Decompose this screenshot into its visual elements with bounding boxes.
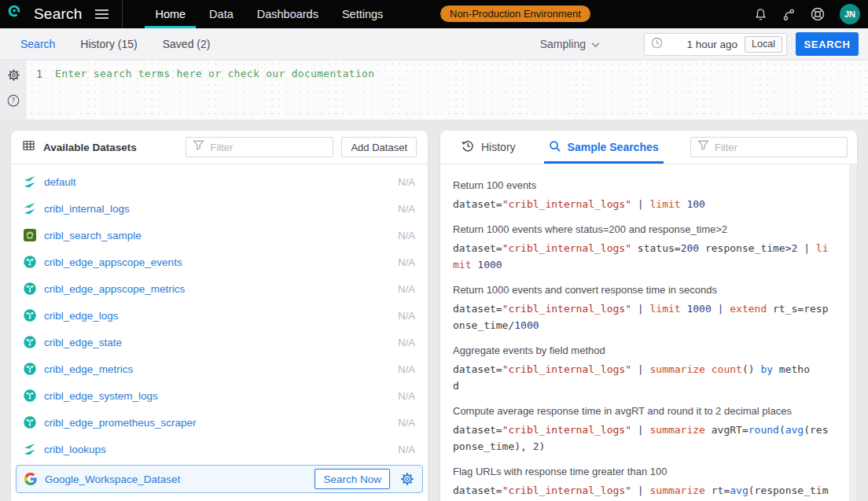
sample-search-item[interactable]: Aggregate events by field methoddataset=… bbox=[453, 344, 838, 395]
brand[interactable]: Search bbox=[0, 0, 82, 28]
nav-tab-dashboards[interactable]: Dashboards bbox=[247, 0, 329, 28]
table-grid-icon bbox=[22, 139, 35, 155]
dataset-row[interactable]: cribl_edge_logsN/A bbox=[11, 302, 428, 329]
sample-search-title: Return 100 events bbox=[453, 179, 838, 193]
nav-tabs: Home Data Dashboards Settings bbox=[145, 0, 393, 28]
stream-dataset-icon bbox=[24, 202, 36, 215]
dataset-name-link[interactable]: default bbox=[44, 176, 76, 188]
dataset-row[interactable]: defaultN/A bbox=[11, 168, 428, 195]
add-dataset-button[interactable]: Add Dataset bbox=[341, 137, 417, 157]
dataset-row[interactable]: Google_Workspace_DatasetSearch Now bbox=[16, 465, 423, 493]
nav-right-actions: JN bbox=[754, 0, 860, 28]
datasets-filter[interactable] bbox=[186, 137, 333, 157]
nav-tab-data[interactable]: Data bbox=[199, 0, 244, 28]
dataset-row[interactable]: cribl_lookupsN/A bbox=[11, 436, 428, 462]
dataset-name-link[interactable]: cribl_search_sample bbox=[44, 230, 142, 241]
sample-searches-panel: History Sample Searches Return 100 event… bbox=[440, 131, 857, 501]
sample-search-query: dataset="cribl_internal_logs" | summariz… bbox=[453, 361, 838, 378]
nav-divider bbox=[122, 0, 123, 28]
sample-search-title: Return 1000 events and convert response … bbox=[453, 283, 838, 297]
dataset-value: N/A bbox=[398, 444, 415, 455]
dataset-name-link[interactable]: cribl_edge_system_logs bbox=[44, 390, 158, 402]
sample-search-query: dataset="cribl_internal_logs" | limit 10… bbox=[453, 300, 838, 318]
query-editor[interactable]: ? 1 Enter search terms here or check our… bbox=[0, 61, 868, 120]
notifications-bell-icon[interactable] bbox=[754, 8, 767, 21]
dataset-name-link[interactable]: Google_Workspace_Dataset bbox=[45, 473, 180, 485]
toolbar-tabs: Search History (15) Saved (2) bbox=[8, 38, 223, 50]
sample-search-item[interactable]: Return 1000 events and convert response … bbox=[453, 283, 838, 334]
sampling-dropdown[interactable]: Sampling bbox=[540, 38, 600, 50]
filter-funnel-icon bbox=[697, 140, 709, 154]
sample-searches-tab-label: Sample Searches bbox=[568, 141, 659, 153]
dataset-name-link[interactable]: cribl_edge_prometheus_scraper bbox=[44, 417, 197, 429]
sample-search-query: mit 1000 bbox=[453, 256, 838, 274]
tab-sample-searches[interactable]: Sample Searches bbox=[544, 131, 664, 164]
user-avatar[interactable]: JN bbox=[840, 4, 860, 24]
search-now-button[interactable]: Search Now bbox=[314, 469, 390, 489]
samples-panel-header: History Sample Searches bbox=[440, 131, 857, 164]
top-nav: Search Home Data Dashboards Settings Non… bbox=[0, 0, 868, 28]
samples-filter-input[interactable] bbox=[715, 142, 840, 153]
history-icon bbox=[461, 139, 475, 155]
sample-search-query: d bbox=[453, 378, 838, 395]
sample-search-item[interactable]: Return 1000 events where status=200 and … bbox=[453, 223, 838, 274]
time-range-picker[interactable]: 1 hour ago Local bbox=[644, 33, 787, 56]
dataset-row[interactable]: cribl_search_sampleN/A bbox=[11, 222, 428, 249]
sample-search-title: Return 1000 events where status=200 and … bbox=[453, 223, 838, 237]
scrollbar[interactable] bbox=[849, 164, 857, 501]
sample-search-list: Return 100 eventsdataset="cribl_internal… bbox=[440, 164, 857, 501]
tab-search[interactable]: Search bbox=[8, 38, 68, 50]
datasets-filter-input[interactable] bbox=[210, 142, 326, 153]
editor-placeholder: Enter search terms here or check our doc… bbox=[55, 68, 374, 79]
search-button[interactable]: SEARCH bbox=[796, 32, 859, 56]
dataset-row[interactable]: cribl_edge_appscope_metricsN/A bbox=[11, 275, 428, 302]
dataset-row[interactable]: cribl_edge_appscope_eventsN/A bbox=[11, 249, 428, 275]
dataset-name-link[interactable]: cribl_edge_state bbox=[44, 337, 122, 348]
cribl-logo-icon bbox=[8, 5, 27, 24]
dataset-name-link[interactable]: cribl_edge_appscope_events bbox=[44, 256, 182, 268]
dataset-value: N/A bbox=[398, 390, 415, 402]
sample-search-title: Compute average response time in avgRT a… bbox=[453, 404, 838, 418]
sample-search-item[interactable]: Compute average response time in avgRT a… bbox=[453, 404, 838, 455]
sample-search-title: Aggregate events by field method bbox=[453, 344, 838, 358]
editor-gutter: ? bbox=[0, 61, 27, 120]
edge-dataset-icon bbox=[24, 389, 36, 402]
samples-filter[interactable] bbox=[690, 137, 848, 157]
sample-search-query: dataset="cribl_internal_logs" status=200… bbox=[453, 240, 838, 257]
environment-badge: Non-Production Environment bbox=[440, 6, 590, 22]
editor-help-icon[interactable]: ? bbox=[7, 94, 20, 110]
stream-dataset-icon bbox=[24, 175, 36, 188]
dataset-row[interactable]: cribl_edge_prometheus_scraperN/A bbox=[11, 409, 428, 436]
edge-dataset-icon bbox=[24, 256, 36, 268]
edge-dataset-icon bbox=[24, 416, 36, 429]
dataset-settings-gear-icon[interactable] bbox=[400, 472, 414, 486]
support-lifering-icon[interactable] bbox=[811, 7, 825, 21]
tab-history[interactable]: History (15) bbox=[68, 38, 149, 50]
timezone-local-button[interactable]: Local bbox=[745, 36, 782, 53]
dataset-row[interactable]: cribl_edge_stateN/A bbox=[11, 329, 428, 355]
dataset-name-link[interactable]: cribl_edge_metrics bbox=[44, 363, 133, 375]
dataset-row[interactable]: cribl_internal_logsN/A bbox=[11, 195, 428, 222]
dataset-row[interactable]: cribl_edge_system_logsN/A bbox=[11, 382, 428, 409]
dataset-row[interactable]: cribl_edge_metricsN/A bbox=[11, 355, 428, 382]
dataset-name-link[interactable]: cribl_lookups bbox=[44, 444, 106, 455]
hamburger-menu-icon[interactable] bbox=[94, 0, 109, 28]
editor-settings-gear-icon[interactable] bbox=[7, 68, 20, 85]
nav-tab-home[interactable]: Home bbox=[145, 0, 196, 28]
available-datasets-panel: Available Datasets Add Dataset defaultN/… bbox=[11, 131, 428, 501]
tab-saved[interactable]: Saved (2) bbox=[150, 38, 223, 50]
git-branch-icon[interactable] bbox=[782, 8, 796, 21]
dataset-name-link[interactable]: cribl_edge_logs bbox=[44, 310, 119, 322]
sample-search-item[interactable]: Flag URLs with response time greater tha… bbox=[453, 465, 838, 501]
dataset-name-link[interactable]: cribl_internal_logs bbox=[44, 203, 130, 215]
sample-search-item[interactable]: Return 100 eventsdataset="cribl_internal… bbox=[453, 179, 838, 213]
tab-history-panel[interactable]: History bbox=[456, 131, 520, 164]
app-screen: Search Home Data Dashboards Settings Non… bbox=[0, 0, 868, 501]
datasets-panel-title: Available Datasets bbox=[43, 142, 137, 153]
dataset-name-link[interactable]: cribl_edge_appscope_metrics bbox=[44, 283, 185, 295]
nav-tab-settings[interactable]: Settings bbox=[332, 0, 393, 28]
dataset-value: N/A bbox=[398, 203, 415, 215]
clock-icon bbox=[651, 37, 663, 52]
stream-dataset-icon bbox=[24, 443, 36, 455]
dataset-value: N/A bbox=[398, 363, 415, 375]
